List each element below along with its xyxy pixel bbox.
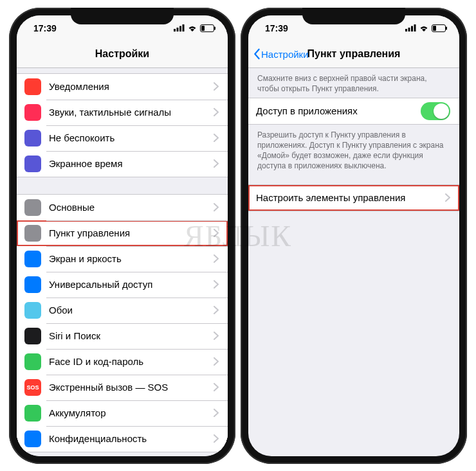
battery-icon — [432, 24, 448, 32]
svg-rect-0 — [174, 29, 176, 31]
row-label: Конфиденциальность — [49, 433, 214, 444]
svg-rect-2 — [179, 26, 181, 32]
settings-content[interactable]: УведомленияЗвуки, тактильные сигналыНе б… — [17, 68, 228, 456]
sounds-icon — [24, 104, 41, 121]
row-access-in-apps[interactable]: Доступ в приложениях — [248, 98, 459, 124]
navbar-title: Настройки — [95, 48, 149, 60]
svg-rect-12 — [446, 26, 447, 30]
row-screentime[interactable]: Экранное время — [17, 151, 228, 177]
row-label: Уведомления — [49, 81, 214, 92]
svg-rect-6 — [201, 26, 205, 31]
svg-rect-1 — [177, 28, 179, 31]
row-label: Экстренный вызов — SOS — [49, 382, 214, 393]
general-icon — [24, 199, 41, 216]
sos-icon: SOS — [24, 379, 41, 396]
cellular-icon — [405, 24, 416, 31]
chevron-right-icon — [214, 383, 219, 391]
row-label: Экран и яркость — [49, 253, 214, 264]
row-sos[interactable]: SOSЭкстренный вызов — SOS — [17, 375, 228, 400]
chevron-right-icon — [214, 134, 219, 142]
screen-right: 17:39 Настройки Пункт управления Смахнит… — [248, 15, 459, 456]
chevron-right-icon — [214, 203, 219, 211]
group-1: УведомленияЗвуки, тактильные сигналыНе б… — [17, 73, 228, 177]
row-privacy[interactable]: Конфиденциальность — [17, 426, 228, 452]
row-notifications[interactable]: Уведомления — [17, 74, 228, 100]
status-time: 17:39 — [33, 23, 57, 33]
notch — [302, 8, 405, 24]
row-label: Доступ в приложениях — [256, 105, 421, 116]
screen-left: 17:39 Настройки УведомленияЗвуки, тактил… — [17, 15, 228, 456]
chevron-right-icon — [214, 280, 219, 289]
row-label: Универсальный доступ — [49, 279, 214, 290]
navbar-controlcenter: Настройки Пункт управления — [248, 41, 459, 68]
row-label: Face ID и код-пароль — [49, 356, 214, 367]
privacy-icon — [24, 431, 41, 447]
row-siri[interactable]: Siri и Поиск — [17, 323, 228, 349]
dnd-icon — [24, 130, 41, 147]
row-accessibility[interactable]: Универсальный доступ — [17, 272, 228, 298]
header-note-1: Смахните вниз с верхней правой части экр… — [248, 68, 459, 98]
svg-rect-7 — [405, 29, 407, 31]
toggle-access-in-apps[interactable] — [421, 102, 450, 120]
svg-rect-13 — [433, 26, 436, 31]
phone-right: 17:39 Настройки Пункт управления Смахнит… — [241, 8, 467, 464]
faceid-icon — [24, 353, 41, 370]
row-battery[interactable]: Аккумулятор — [17, 400, 228, 426]
chevron-right-icon — [214, 434, 219, 443]
row-label: Пункт управления — [49, 227, 214, 238]
row-label: Обои — [49, 305, 214, 315]
row-general[interactable]: Основные — [17, 195, 228, 220]
chevron-right-icon — [214, 108, 219, 116]
chevron-right-icon — [214, 254, 219, 263]
battery-icon — [200, 24, 216, 32]
chevron-right-icon — [214, 159, 219, 168]
access-group: Доступ в приложениях — [248, 98, 459, 125]
svg-rect-8 — [408, 28, 410, 31]
row-display[interactable]: Экран и яркость — [17, 246, 228, 272]
svg-rect-9 — [411, 26, 413, 32]
row-label: Siri и Поиск — [49, 330, 214, 341]
row-controlcenter[interactable]: Пункт управления — [17, 220, 228, 246]
phone-left: 17:39 Настройки УведомленияЗвуки, тактил… — [9, 8, 235, 464]
customize-group: Настроить элементы управления — [248, 184, 459, 211]
back-button[interactable]: Настройки — [252, 48, 309, 60]
chevron-right-icon — [214, 357, 219, 366]
footer-note-1: Разрешить доступ к Пункту управления в п… — [248, 125, 459, 175]
row-label: Настроить элементы управления — [256, 192, 445, 203]
chevron-right-icon — [214, 332, 219, 340]
notifications-icon — [24, 78, 41, 95]
chevron-right-icon — [445, 193, 450, 202]
status-indicators — [405, 24, 448, 32]
chevron-right-icon — [214, 82, 219, 91]
row-label: Звуки, тактильные сигналы — [49, 107, 214, 118]
row-dnd[interactable]: Не беспокоить — [17, 125, 228, 151]
chevron-right-icon — [214, 229, 219, 237]
status-indicators — [174, 24, 216, 32]
wifi-icon — [187, 24, 197, 31]
wallpaper-icon — [24, 302, 41, 319]
back-label: Настройки — [261, 49, 309, 60]
cellular-icon — [174, 24, 185, 31]
row-label: Основные — [49, 202, 214, 213]
battery-icon — [24, 405, 41, 422]
row-label: Экранное время — [49, 158, 214, 169]
wifi-icon — [419, 24, 429, 31]
controlcenter-icon — [24, 225, 41, 242]
row-label: Аккумулятор — [49, 407, 214, 418]
chevron-right-icon — [214, 409, 219, 417]
row-label: Не беспокоить — [49, 132, 214, 143]
row-wallpaper[interactable]: Обои — [17, 298, 228, 323]
row-customize-controls[interactable]: Настроить элементы управления — [248, 185, 459, 211]
svg-rect-5 — [214, 26, 215, 30]
svg-rect-3 — [183, 24, 185, 31]
svg-rect-10 — [414, 24, 416, 31]
group-2: ОсновныеПункт управленияЭкран и яркостьУ… — [17, 194, 228, 452]
status-time: 17:39 — [265, 23, 288, 33]
chevron-right-icon — [214, 306, 219, 314]
navbar-title: Пункт управления — [307, 48, 401, 60]
siri-icon — [24, 328, 41, 344]
row-sounds[interactable]: Звуки, тактильные сигналы — [17, 100, 228, 125]
row-faceid[interactable]: Face ID и код-пароль — [17, 349, 228, 375]
screentime-icon — [24, 156, 41, 172]
controlcenter-content[interactable]: Смахните вниз с верхней правой части экр… — [248, 68, 459, 211]
